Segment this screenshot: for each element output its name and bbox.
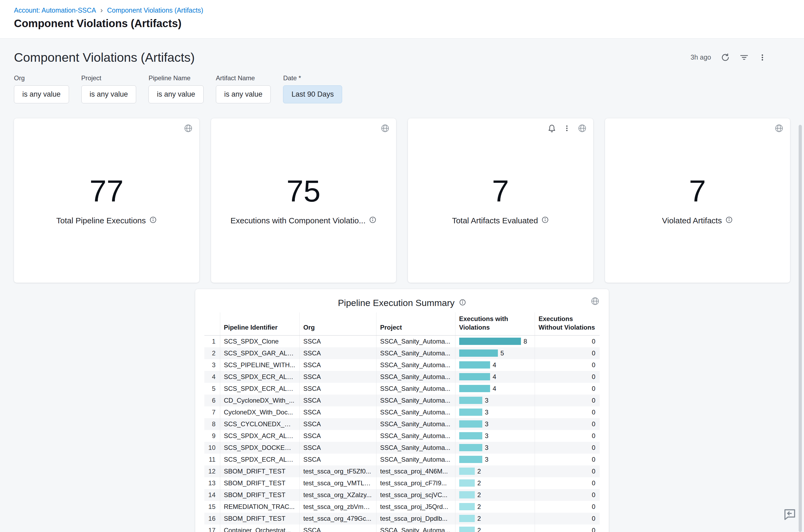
breadcrumb-account-link[interactable]: Account: Automation-SSCA [14, 6, 96, 14]
violations-bar[interactable] [459, 527, 475, 532]
violations-bar[interactable] [459, 456, 482, 463]
table-row[interactable]: 7 CycloneDX_With_Doc... SSCA SSCA_Sanity… [204, 406, 600, 418]
table-row[interactable]: 5 SCS_SPDX_ECR_ALL_... SSCA SSCA_Sanity_… [204, 383, 600, 395]
filter-org-value[interactable]: is any value [14, 86, 69, 103]
pipeline-identifier-cell[interactable]: Container_Orchestrat... [220, 525, 299, 532]
info-icon[interactable] [149, 216, 157, 226]
violations-bar[interactable] [459, 479, 475, 487]
violations-bar[interactable] [459, 349, 498, 357]
executions-with-violations-cell[interactable]: 4 [455, 371, 535, 383]
executions-with-violations-cell[interactable]: 3 [455, 395, 535, 406]
pipeline-identifier-cell[interactable]: SBOM_DRIFT_TEST [220, 513, 299, 525]
card-kebab-menu-icon[interactable] [563, 125, 571, 133]
table-row[interactable]: 12 SBOM_DRIFT_TEST test_ssca_org_tF5Zf0.… [204, 466, 600, 477]
table-row[interactable]: 14 SBOM_DRIFT_TEST test_ssca_org_XZalzy.… [204, 489, 600, 501]
violations-bar[interactable] [459, 373, 490, 380]
executions-with-violations-cell[interactable]: 4 [455, 383, 535, 395]
stat-card-executions-with-component-violations: 75 Executions with Component Violatio... [211, 118, 396, 283]
column-header-org[interactable]: Org [299, 312, 376, 335]
executions-with-violations-cell[interactable]: 2 [455, 466, 535, 477]
refresh-button[interactable] [721, 53, 730, 62]
table-row[interactable]: 16 SBOM_DRIFT_TEST test_ssca_org_479Gc..… [204, 513, 600, 525]
executions-without-violations-cell: 0 [535, 442, 600, 454]
table-row[interactable]: 2 SCS_SPDX_GAR_ALL... SSCA SSCA_Sanity_A… [204, 347, 600, 359]
info-icon[interactable] [725, 216, 733, 226]
globe-icon[interactable] [184, 124, 193, 134]
violations-bar[interactable] [459, 338, 521, 345]
executions-with-violations-cell[interactable]: 4 [455, 359, 535, 371]
pipeline-identifier-cell[interactable]: SBOM_DRIFT_TEST [220, 477, 299, 489]
table-row[interactable]: 11 SCS_SPDX_ECR_ALL_... SSCA SSCA_Sanity… [204, 454, 600, 466]
violations-bar[interactable] [459, 385, 490, 392]
pipeline-identifier-cell[interactable]: SCS_CYCLONEDX_GA... [220, 418, 299, 430]
filter-button[interactable] [740, 53, 749, 62]
violations-bar[interactable] [459, 491, 475, 498]
pipeline-identifier-cell[interactable]: REMEDIATION_TRAC... [220, 501, 299, 513]
table-row[interactable]: 17 Container_Orchestrat... SSCA SSCA_San… [204, 525, 600, 532]
table-row[interactable]: 1 SCS_SPDX_Clone SSCA SSCA_Sanity_Automa… [204, 335, 600, 347]
violations-bar[interactable] [459, 444, 482, 451]
pipeline-identifier-cell[interactable]: SCS_SPDX_ECR_ALL_... [220, 371, 299, 383]
filter-date-value[interactable]: Last 90 Days [283, 86, 342, 103]
table-row[interactable]: 10 SCS_SPDX_DOCKER_... SSCA SSCA_Sanity_… [204, 442, 600, 454]
filter-project-value[interactable]: is any value [81, 86, 136, 103]
executions-with-violations-cell[interactable]: 2 [455, 477, 535, 489]
column-header-executions-with-violations[interactable]: Executions with Violations [455, 312, 535, 335]
executions-without-violations-cell: 0 [535, 359, 600, 371]
pipeline-identifier-cell[interactable]: SBOM_DRIFT_TEST [220, 489, 299, 501]
column-header-pipeline-identifier[interactable]: Pipeline Identifier [220, 312, 299, 335]
vertical-scrollbar[interactable] [799, 125, 802, 532]
executions-with-violations-cell[interactable]: 2 [455, 525, 535, 532]
globe-icon[interactable] [591, 297, 600, 308]
table-row[interactable]: 3 SCS_PIPELINE_WITH... SSCA SSCA_Sanity_… [204, 359, 600, 371]
globe-icon[interactable] [774, 124, 784, 134]
pipeline-identifier-cell[interactable]: SCS_PIPELINE_WITH... [220, 359, 299, 371]
executions-with-violations-cell[interactable]: 3 [455, 442, 535, 454]
executions-with-violations-cell[interactable]: 3 [455, 418, 535, 430]
table-row[interactable]: 4 SCS_SPDX_ECR_ALL_... SSCA SSCA_Sanity_… [204, 371, 600, 383]
table-row[interactable]: 8 SCS_CYCLONEDX_GA... SSCA SSCA_Sanity_A… [204, 418, 600, 430]
chat-help-button[interactable] [783, 507, 797, 522]
filter-artifact-name-value[interactable]: is any value [216, 86, 271, 103]
column-header-project[interactable]: Project [376, 312, 455, 335]
pipeline-identifier-cell[interactable]: SCS_SPDX_ECR_ALL_... [220, 383, 299, 395]
executions-with-violations-cell[interactable]: 2 [455, 513, 535, 525]
pipeline-identifier-cell[interactable]: SCS_SPDX_DOCKER_... [220, 442, 299, 454]
executions-with-violations-cell[interactable]: 2 [455, 501, 535, 513]
info-icon[interactable] [541, 216, 549, 226]
violations-bar[interactable] [459, 503, 475, 510]
executions-with-violations-cell[interactable]: 8 [455, 335, 535, 347]
pipeline-identifier-cell[interactable]: SCS_SPDX_Clone [220, 335, 299, 347]
violations-bar[interactable] [459, 468, 475, 475]
pipeline-identifier-cell[interactable]: SCS_SPDX_ECR_ALL_... [220, 454, 299, 466]
violations-bar[interactable] [459, 420, 482, 428]
dashboard-menu-button[interactable] [758, 53, 766, 61]
violations-bar[interactable] [459, 515, 475, 522]
breadcrumb-current-link[interactable]: Component Violations (Artifacts) [107, 6, 203, 14]
violations-bar[interactable] [459, 408, 482, 416]
pipeline-identifier-cell[interactable]: CD_CycloneDX_With_... [220, 395, 299, 406]
violations-bar[interactable] [459, 397, 482, 404]
table-row[interactable]: 15 REMEDIATION_TRAC... test_ssca_org_zbV… [204, 501, 600, 513]
pipeline-identifier-cell[interactable]: SBOM_DRIFT_TEST [220, 466, 299, 477]
filter-pipeline-name-value[interactable]: is any value [149, 86, 204, 103]
executions-with-violations-cell[interactable]: 5 [455, 347, 535, 359]
executions-with-violations-cell[interactable]: 3 [455, 406, 535, 418]
executions-with-violations-cell[interactable]: 3 [455, 430, 535, 442]
violations-bar[interactable] [459, 432, 482, 439]
pipeline-identifier-cell[interactable]: SCS_SPDX_GAR_ALL... [220, 347, 299, 359]
info-icon[interactable] [369, 216, 376, 226]
table-row[interactable]: 13 SBOM_DRIFT_TEST test_ssca_org_VMTLz..… [204, 477, 600, 489]
violations-bar[interactable] [459, 361, 490, 368]
info-icon[interactable] [459, 298, 466, 308]
globe-icon[interactable] [380, 124, 390, 134]
pipeline-identifier-cell[interactable]: SCS_SPDX_ACR_ALL... [220, 430, 299, 442]
executions-with-violations-cell[interactable]: 2 [455, 489, 535, 501]
alert-bell-icon[interactable] [547, 124, 556, 134]
table-row[interactable]: 9 SCS_SPDX_ACR_ALL... SSCA SSCA_Sanity_A… [204, 430, 600, 442]
column-header-executions-without-violations[interactable]: Executions Without Violations [535, 312, 600, 335]
pipeline-identifier-cell[interactable]: CycloneDX_With_Doc... [220, 406, 299, 418]
globe-icon[interactable] [578, 124, 587, 134]
executions-with-violations-cell[interactable]: 3 [455, 454, 535, 466]
table-row[interactable]: 6 CD_CycloneDX_With_... SSCA SSCA_Sanity… [204, 395, 600, 406]
